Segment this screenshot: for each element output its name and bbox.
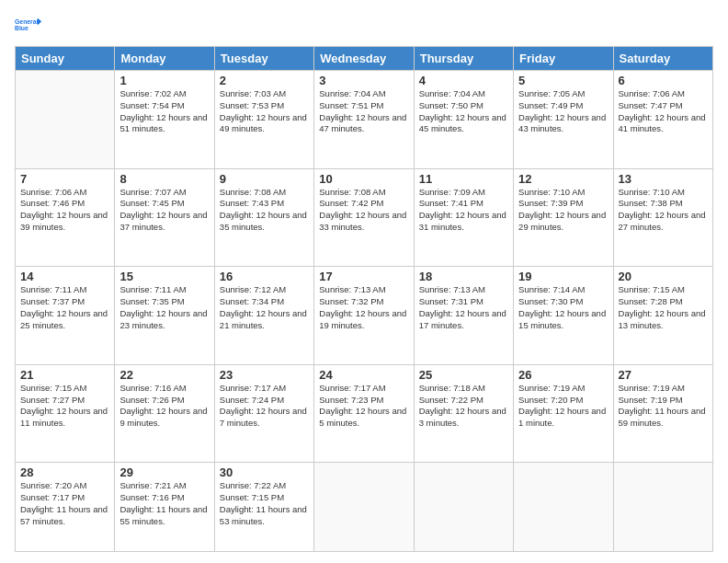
weekday-header-row: SundayMondayTuesdayWednesdayThursdayFrid… <box>16 47 713 71</box>
day-info: Sunrise: 7:15 AM Sunset: 7:27 PM Dayligh… <box>20 383 109 430</box>
calendar-week-4: 28Sunrise: 7:20 AM Sunset: 7:17 PM Dayli… <box>16 463 713 552</box>
day-info: Sunrise: 7:13 AM Sunset: 7:32 PM Dayligh… <box>319 284 408 331</box>
day-number: 26 <box>518 368 608 382</box>
weekday-header-monday: Monday <box>115 47 214 71</box>
day-info: Sunrise: 7:17 AM Sunset: 7:24 PM Dayligh… <box>220 383 309 430</box>
weekday-header-thursday: Thursday <box>414 47 513 71</box>
day-info: Sunrise: 7:19 AM Sunset: 7:20 PM Dayligh… <box>518 383 608 430</box>
day-number: 2 <box>220 74 309 87</box>
day-number: 14 <box>20 270 109 283</box>
calendar-cell: 9Sunrise: 7:08 AM Sunset: 7:43 PM Daylig… <box>214 168 313 267</box>
calendar-cell: 15Sunrise: 7:11 AM Sunset: 7:35 PM Dayli… <box>115 267 214 365</box>
calendar-cell <box>314 463 414 552</box>
day-number: 8 <box>119 172 209 186</box>
day-number: 13 <box>619 172 708 186</box>
calendar-cell: 20Sunrise: 7:15 AM Sunset: 7:28 PM Dayli… <box>613 267 712 365</box>
day-number: 10 <box>319 172 408 186</box>
calendar-cell: 2Sunrise: 7:03 AM Sunset: 7:53 PM Daylig… <box>214 71 313 169</box>
calendar-cell: 28Sunrise: 7:20 AM Sunset: 7:17 PM Dayli… <box>16 463 115 552</box>
day-info: Sunrise: 7:02 AM Sunset: 7:54 PM Dayligh… <box>119 88 209 135</box>
calendar-cell: 10Sunrise: 7:08 AM Sunset: 7:42 PM Dayli… <box>314 168 414 267</box>
day-info: Sunrise: 7:16 AM Sunset: 7:26 PM Dayligh… <box>119 383 209 430</box>
day-info: Sunrise: 7:04 AM Sunset: 7:51 PM Dayligh… <box>319 88 408 135</box>
day-number: 23 <box>220 368 309 382</box>
day-info: Sunrise: 7:06 AM Sunset: 7:47 PM Dayligh… <box>619 88 708 135</box>
day-info: Sunrise: 7:07 AM Sunset: 7:45 PM Dayligh… <box>119 187 209 234</box>
day-info: Sunrise: 7:14 AM Sunset: 7:30 PM Dayligh… <box>518 284 608 331</box>
day-number: 12 <box>518 172 608 186</box>
day-info: Sunrise: 7:15 AM Sunset: 7:28 PM Dayligh… <box>619 284 708 331</box>
calendar-cell: 8Sunrise: 7:07 AM Sunset: 7:45 PM Daylig… <box>115 168 214 267</box>
calendar-cell: 7Sunrise: 7:06 AM Sunset: 7:46 PM Daylig… <box>16 168 115 267</box>
day-info: Sunrise: 7:21 AM Sunset: 7:16 PM Dayligh… <box>119 480 209 527</box>
day-info: Sunrise: 7:08 AM Sunset: 7:42 PM Dayligh… <box>319 187 408 234</box>
day-info: Sunrise: 7:19 AM Sunset: 7:19 PM Dayligh… <box>619 383 708 430</box>
calendar-cell: 5Sunrise: 7:05 AM Sunset: 7:49 PM Daylig… <box>514 71 613 169</box>
day-number: 11 <box>419 172 508 186</box>
calendar-cell: 21Sunrise: 7:15 AM Sunset: 7:27 PM Dayli… <box>16 364 115 463</box>
calendar-cell <box>514 463 613 552</box>
svg-marker-2 <box>38 18 41 26</box>
calendar-cell: 24Sunrise: 7:17 AM Sunset: 7:23 PM Dayli… <box>314 364 414 463</box>
day-number: 24 <box>319 368 408 382</box>
day-info: Sunrise: 7:22 AM Sunset: 7:15 PM Dayligh… <box>220 480 309 527</box>
day-info: Sunrise: 7:04 AM Sunset: 7:50 PM Dayligh… <box>419 88 508 135</box>
day-info: Sunrise: 7:11 AM Sunset: 7:35 PM Dayligh… <box>119 284 209 331</box>
day-number: 7 <box>20 172 109 186</box>
day-number: 22 <box>119 368 209 382</box>
day-info: Sunrise: 7:03 AM Sunset: 7:53 PM Dayligh… <box>220 88 309 135</box>
day-info: Sunrise: 7:11 AM Sunset: 7:37 PM Dayligh… <box>20 284 109 331</box>
calendar-cell: 23Sunrise: 7:17 AM Sunset: 7:24 PM Dayli… <box>214 364 313 463</box>
day-number: 5 <box>518 74 608 87</box>
calendar-cell: 27Sunrise: 7:19 AM Sunset: 7:19 PM Dayli… <box>613 364 712 463</box>
day-info: Sunrise: 7:10 AM Sunset: 7:38 PM Dayligh… <box>619 187 708 234</box>
day-number: 28 <box>20 465 109 479</box>
calendar-cell <box>16 71 115 169</box>
day-number: 9 <box>220 172 309 186</box>
calendar-cell: 12Sunrise: 7:10 AM Sunset: 7:39 PM Dayli… <box>514 168 613 267</box>
calendar-cell: 11Sunrise: 7:09 AM Sunset: 7:41 PM Dayli… <box>414 168 513 267</box>
calendar-cell: 18Sunrise: 7:13 AM Sunset: 7:31 PM Dayli… <box>414 267 513 365</box>
calendar-table: SundayMondayTuesdayWednesdayThursdayFrid… <box>15 46 713 552</box>
day-number: 15 <box>119 270 209 283</box>
calendar-cell: 13Sunrise: 7:10 AM Sunset: 7:38 PM Dayli… <box>613 168 712 267</box>
day-number: 3 <box>319 74 408 87</box>
svg-text:Blue: Blue <box>15 25 28 31</box>
calendar-week-3: 21Sunrise: 7:15 AM Sunset: 7:27 PM Dayli… <box>16 364 713 463</box>
day-number: 16 <box>220 270 309 283</box>
day-number: 4 <box>419 74 508 87</box>
day-number: 18 <box>419 270 508 283</box>
calendar-cell: 16Sunrise: 7:12 AM Sunset: 7:34 PM Dayli… <box>214 267 313 365</box>
day-number: 1 <box>119 74 209 87</box>
weekday-header-saturday: Saturday <box>613 47 712 71</box>
day-number: 17 <box>319 270 408 283</box>
calendar-cell <box>414 463 513 552</box>
weekday-header-wednesday: Wednesday <box>314 47 414 71</box>
calendar-week-2: 14Sunrise: 7:11 AM Sunset: 7:37 PM Dayli… <box>16 267 713 365</box>
svg-text:General: General <box>15 18 39 25</box>
calendar-cell: 6Sunrise: 7:06 AM Sunset: 7:47 PM Daylig… <box>613 71 712 169</box>
calendar-week-1: 7Sunrise: 7:06 AM Sunset: 7:46 PM Daylig… <box>16 168 713 267</box>
day-info: Sunrise: 7:08 AM Sunset: 7:43 PM Dayligh… <box>220 187 309 234</box>
logo: GeneralBlue <box>15 11 42 39</box>
logo-icon: GeneralBlue <box>15 11 42 39</box>
page: GeneralBlue SundayMondayTuesdayWednesday… <box>0 0 728 563</box>
day-info: Sunrise: 7:20 AM Sunset: 7:17 PM Dayligh… <box>20 480 109 527</box>
day-number: 30 <box>220 465 309 479</box>
day-number: 29 <box>119 465 209 479</box>
calendar-cell: 17Sunrise: 7:13 AM Sunset: 7:32 PM Dayli… <box>314 267 414 365</box>
day-info: Sunrise: 7:05 AM Sunset: 7:49 PM Dayligh… <box>518 88 608 135</box>
day-info: Sunrise: 7:18 AM Sunset: 7:22 PM Dayligh… <box>419 383 508 430</box>
calendar-cell: 3Sunrise: 7:04 AM Sunset: 7:51 PM Daylig… <box>314 71 414 169</box>
day-number: 20 <box>619 270 708 283</box>
weekday-header-friday: Friday <box>514 47 613 71</box>
calendar-cell: 30Sunrise: 7:22 AM Sunset: 7:15 PM Dayli… <box>214 463 313 552</box>
weekday-header-sunday: Sunday <box>16 47 115 71</box>
calendar-cell <box>613 463 712 552</box>
weekday-header-tuesday: Tuesday <box>214 47 313 71</box>
day-number: 21 <box>20 368 109 382</box>
calendar-week-0: 1Sunrise: 7:02 AM Sunset: 7:54 PM Daylig… <box>16 71 713 169</box>
calendar-cell: 4Sunrise: 7:04 AM Sunset: 7:50 PM Daylig… <box>414 71 513 169</box>
day-number: 6 <box>619 74 708 87</box>
day-info: Sunrise: 7:13 AM Sunset: 7:31 PM Dayligh… <box>419 284 508 331</box>
